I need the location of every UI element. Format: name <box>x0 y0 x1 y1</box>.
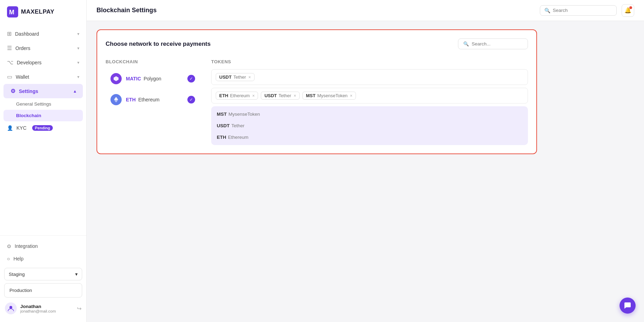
nav-section: ⊞ Dashboard ▾ ☰ Orders ▾ ⌥ Developers ▾ … <box>0 24 86 235</box>
token-name: Tether <box>233 74 246 80</box>
avatar <box>5 302 17 314</box>
sidebar-item-kyc[interactable]: 👤 KYC Pending <box>0 121 86 135</box>
token-name: Ethereum <box>230 93 250 98</box>
blockchain-row-eth[interactable]: ETH Ethereum ✓ <box>106 90 200 109</box>
token-symbol: MST <box>306 93 315 98</box>
topbar: Blockchain Settings 🔍 🔔 <box>87 0 644 21</box>
dropdown-option-mst[interactable]: MST MysenseToken <box>211 108 528 120</box>
dropdown-option-name: Tether <box>231 123 245 128</box>
env-selector[interactable]: Staging ▾ <box>4 268 82 280</box>
integration-label: Integration <box>15 243 38 249</box>
token-remove-button[interactable]: × <box>350 93 352 98</box>
sidebar: M MAXELPAY ⊞ Dashboard ▾ ☰ Orders ▾ ⌥ De… <box>0 0 87 322</box>
topbar-right: 🔍 🔔 <box>540 4 634 17</box>
user-info: Jonathan jonathan@mail.com <box>20 304 73 313</box>
eth-name: Ethereum <box>138 97 159 102</box>
sidebar-item-dashboard[interactable]: ⊞ Dashboard ▾ <box>0 27 86 41</box>
logout-icon[interactable]: ↪ <box>77 305 81 312</box>
chevron-down-icon: ▾ <box>75 271 78 277</box>
sidebar-item-integration[interactable]: ⊙ Integration <box>0 240 86 252</box>
tokens-col-header: Tokens <box>211 59 528 64</box>
eth-check: ✓ <box>187 96 195 103</box>
dropdown-option-symbol: MST <box>217 112 227 117</box>
eth-icon <box>110 94 122 105</box>
token-tag-usdt-tether-eth: USDT Tether × <box>261 92 300 100</box>
blockchain-column: Blockchain MATIC Polygon ✓ <box>106 59 200 145</box>
sidebar-item-label: Dashboard <box>15 31 39 37</box>
user-email: jonathan@mail.com <box>20 309 73 313</box>
matic-token-row: USDT Tether × <box>211 69 528 85</box>
sidebar-item-label: Developers <box>17 60 42 65</box>
token-dropdown: MST MysenseToken USDT Tether ETH Ethereu… <box>211 106 528 145</box>
svg-marker-3 <box>114 76 119 81</box>
dropdown-option-name: MysenseToken <box>229 112 260 117</box>
env-current: Staging <box>9 272 25 277</box>
env-dropdown: Production <box>4 283 82 298</box>
chevron-down-icon: ▾ <box>77 60 79 65</box>
dropdown-option-symbol: USDT <box>217 123 230 128</box>
token-symbol: USDT <box>219 74 231 80</box>
main-content: Blockchain Settings 🔍 🔔 Choose network t… <box>87 0 644 322</box>
token-remove-button[interactable]: × <box>294 93 296 98</box>
kyc-badge: Pending <box>32 125 53 131</box>
env-option-production[interactable]: Production <box>5 285 82 296</box>
integration-icon: ⊙ <box>7 243 11 249</box>
dropdown-option-name: Ethereum <box>228 135 249 140</box>
orders-icon: ☰ <box>7 45 12 51</box>
user-profile[interactable]: Jonathan jonathan@mail.com ↪ <box>0 299 86 318</box>
token-symbol: ETH <box>219 93 228 98</box>
blockchain-settings-card: Choose network to receive payments 🔍 Blo… <box>96 29 537 154</box>
chevron-down-icon: ▾ <box>77 31 79 36</box>
sidebar-item-help[interactable]: ○ Help <box>0 252 86 265</box>
eth-token-row: ETH Ethereum × USDT Tether × MST Mysense… <box>211 88 528 103</box>
help-icon: ○ <box>7 256 10 262</box>
blockchain-col-header: Blockchain <box>106 59 200 64</box>
dropdown-option-symbol: ETH <box>217 135 226 140</box>
card-header: Choose network to receive payments 🔍 <box>106 38 528 49</box>
svg-marker-4 <box>114 97 118 101</box>
matic-icon <box>110 73 122 84</box>
card-title: Choose network to receive payments <box>106 41 210 48</box>
blockchain-label: Blockchain <box>16 113 41 118</box>
token-tag-eth-ethereum: ETH Ethereum × <box>216 92 258 100</box>
app-name: MAXELPAY <box>21 8 55 15</box>
chat-bubble[interactable] <box>620 298 636 314</box>
settings-icon: ⚙ <box>10 88 15 94</box>
sidebar-item-general-settings[interactable]: General Settings <box>0 98 86 110</box>
kyc-icon: 👤 <box>7 125 13 131</box>
chevron-down-icon: ▾ <box>77 74 79 79</box>
search-input[interactable] <box>553 8 612 13</box>
notification-bell[interactable]: 🔔 <box>622 4 634 17</box>
user-name: Jonathan <box>20 304 73 309</box>
matic-name: Polygon <box>144 76 162 81</box>
token-remove-button[interactable]: × <box>249 75 251 80</box>
token-tag-mst-mysensetoken: MST MysenseToken × <box>302 92 356 100</box>
page-body: Choose network to receive payments 🔍 Blo… <box>87 21 644 322</box>
inner-search-bar[interactable]: 🔍 <box>458 38 528 49</box>
sidebar-item-blockchain[interactable]: Blockchain <box>3 110 83 121</box>
tokens-column: Tokens USDT Tether × ETH Ethereum <box>211 59 528 145</box>
inner-search-input[interactable] <box>472 41 523 46</box>
token-name: MysenseToken <box>317 93 348 98</box>
kyc-label: KYC <box>16 125 27 131</box>
svg-text:M: M <box>9 9 14 16</box>
dropdown-option-eth[interactable]: ETH Ethereum <box>211 131 528 143</box>
help-label: Help <box>13 256 23 262</box>
search-icon: 🔍 <box>544 8 550 13</box>
sidebar-item-developers[interactable]: ⌥ Developers ▾ <box>0 55 86 70</box>
token-name: Tether <box>279 93 291 98</box>
dashboard-icon: ⊞ <box>7 30 12 37</box>
token-tag-usdt-tether: USDT Tether × <box>216 73 255 81</box>
sidebar-item-settings[interactable]: ⚙ Settings ▴ <box>3 84 83 98</box>
sidebar-item-orders[interactable]: ☰ Orders ▾ <box>0 41 86 55</box>
global-search-bar[interactable]: 🔍 <box>540 5 617 16</box>
search-icon: 🔍 <box>463 41 469 46</box>
chevron-down-icon: ▾ <box>77 46 79 51</box>
sidebar-bottom: ⊙ Integration ○ Help Staging ▾ Productio… <box>0 235 86 322</box>
sidebar-item-wallet[interactable]: ▭ Wallet ▾ <box>0 70 86 84</box>
dropdown-option-usdt[interactable]: USDT Tether <box>211 120 528 131</box>
blockchain-row-matic[interactable]: MATIC Polygon ✓ <box>106 69 200 88</box>
token-remove-button[interactable]: × <box>252 93 255 98</box>
developers-icon: ⌥ <box>7 59 13 66</box>
matic-check: ✓ <box>187 75 195 83</box>
